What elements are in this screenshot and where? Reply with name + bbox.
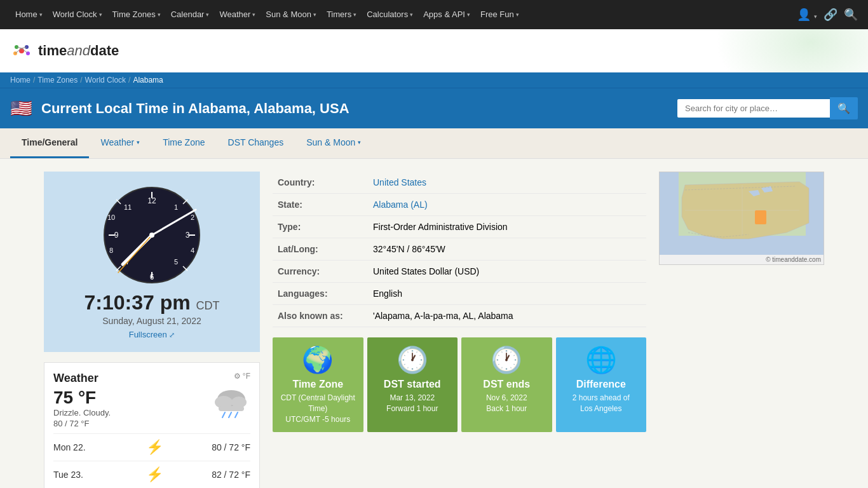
- forecast-icon-mon: ⚡: [146, 439, 163, 456]
- table-value: United States: [368, 172, 646, 194]
- table-label: Lat/Long:: [273, 238, 368, 261]
- table-value: English: [368, 283, 646, 305]
- forecast-icon-tue: ⚡: [146, 466, 163, 483]
- nav-home[interactable]: Home ▾: [10, 0, 48, 29]
- svg-text:6: 6: [150, 273, 154, 281]
- tab-weather[interactable]: Weather ▾: [89, 128, 151, 158]
- card-dst-ends-title: DST ends: [483, 379, 530, 390]
- nav-calculators[interactable]: Calculators ▾: [362, 0, 418, 29]
- nav-apps-api[interactable]: Apps & API ▾: [418, 0, 475, 29]
- chevron-down-icon: ▾: [313, 0, 316, 29]
- table-label: Also known as:: [273, 305, 368, 327]
- forecast-day-tue: Tue 23.: [53, 470, 98, 480]
- chevron-down-icon: ▾: [137, 139, 140, 146]
- table-row: Also known as: 'Alapama, A-la-pa-ma, AL,…: [273, 305, 646, 327]
- search-icon[interactable]: 🔍: [844, 8, 858, 22]
- map-credit: © timeanddate.com: [660, 255, 824, 264]
- forecast-row-tue: Tue 23. ⚡ 82 / 72 °F: [53, 461, 250, 488]
- svg-point-0: [19, 48, 24, 53]
- right-column: © timeanddate.com: [659, 172, 824, 265]
- card-difference[interactable]: 🌐 Difference 2 hours ahead of Los Angele…: [556, 337, 647, 432]
- card-difference-sub1: 2 hours ahead of: [573, 393, 630, 403]
- left-column: 12 3 6 9 1 2 4 5 7 8 10 11: [44, 172, 260, 488]
- account-icon[interactable]: 👤 ▾: [797, 8, 817, 22]
- page-title: Current Local Time in Alabama, Alabama, …: [41, 100, 668, 117]
- weather-range: 80 / 72 °F: [53, 419, 111, 428]
- svg-rect-33: [219, 406, 244, 411]
- chevron-down-icon: ▾: [39, 0, 43, 29]
- info-table: Country: United States State: Alabama (A…: [273, 172, 646, 327]
- clock-box: 12 3 6 9 1 2 4 5 7 8 10 11: [44, 172, 260, 352]
- svg-point-29: [149, 233, 154, 238]
- analog-clock: 12 3 6 9 1 2 4 5 7 8 10 11: [101, 184, 203, 286]
- weather-icon: [212, 383, 250, 418]
- svg-line-36: [235, 412, 238, 417]
- weather-settings[interactable]: ⚙ °F: [234, 372, 250, 381]
- dst-ends-icon: 🕐: [491, 345, 522, 375]
- breadcrumb-sep2: /: [80, 76, 82, 85]
- svg-text:9: 9: [114, 231, 119, 240]
- info-cards: 🌍 Time Zone CDT (Central Daylight Time) …: [273, 337, 646, 432]
- chevron-down-icon: ▾: [353, 0, 356, 29]
- hero-search: 🔍: [677, 97, 858, 119]
- brand-text: timeanddate: [38, 43, 119, 59]
- top-nav: Home ▾ World Clock ▾ Time Zones ▾ Calend…: [0, 0, 868, 29]
- card-timezone[interactable]: 🌍 Time Zone CDT (Central Daylight Time) …: [273, 337, 363, 432]
- nav-free-fun[interactable]: Free Fun ▾: [475, 0, 524, 29]
- table-value: 32°45'N / 86°45'W: [368, 238, 646, 261]
- card-dst-ends-sub2: Back 1 hour: [486, 403, 527, 414]
- nav-time-zones[interactable]: Time Zones ▾: [107, 0, 166, 29]
- card-difference-sub2: Los Angeles: [580, 403, 621, 414]
- breadcrumb-world-clock[interactable]: World Clock: [85, 76, 126, 85]
- nav-calendar[interactable]: Calendar ▾: [166, 0, 215, 29]
- chevron-down-icon: ▾: [158, 0, 161, 29]
- country-link[interactable]: United States: [373, 177, 426, 187]
- svg-text:2: 2: [191, 214, 194, 221]
- breadcrumb-current: Alabama: [133, 76, 163, 85]
- search-input[interactable]: [677, 99, 830, 118]
- center-column: Country: United States State: Alabama (A…: [273, 172, 646, 432]
- brand-logo[interactable]: timeanddate: [10, 39, 119, 62]
- nav-world-clock[interactable]: World Clock ▾: [48, 0, 107, 29]
- card-timezone-sub1: CDT (Central Daylight Time): [279, 393, 357, 414]
- chevron-down-icon: ▾: [516, 0, 519, 29]
- card-dst-ends[interactable]: 🕐 DST ends Nov 6, 2022 Back 1 hour: [461, 337, 552, 432]
- breadcrumb-home[interactable]: Home: [10, 76, 31, 85]
- table-value: 'Alapama, A-la-pa-ma, AL, Alabama: [368, 305, 646, 327]
- table-row: Type: First-Order Administrative Divisio…: [273, 216, 646, 238]
- table-value: First-Order Administrative Division: [368, 216, 646, 238]
- table-value: Alabama (AL): [368, 194, 646, 216]
- weather-title: Weather: [53, 372, 111, 385]
- hero-bar: 🇺🇸 Current Local Time in Alabama, Alabam…: [0, 88, 868, 128]
- card-dst-started[interactable]: 🕐 DST started Mar 13, 2022 Forward 1 hou…: [367, 337, 458, 432]
- table-row: State: Alabama (AL): [273, 194, 646, 216]
- chevron-down-icon: ▾: [358, 139, 361, 146]
- chevron-down-icon: ▾: [99, 0, 102, 29]
- card-timezone-title: Time Zone: [292, 379, 343, 390]
- forecast-temps: 80 / 72 °F: [212, 442, 250, 452]
- tab-time-general[interactable]: Time/General: [10, 128, 89, 158]
- fullscreen-link[interactable]: Fullscreen ⤢: [129, 330, 175, 339]
- card-dst-started-title: DST started: [384, 379, 441, 390]
- forecast-row-mon: Mon 22. ⚡ 80 / 72 °F: [53, 433, 250, 461]
- search-button[interactable]: 🔍: [830, 97, 858, 119]
- nav-weather[interactable]: Weather ▾: [214, 0, 261, 29]
- nav-timers[interactable]: Timers ▾: [322, 0, 362, 29]
- breadcrumb-time-zones[interactable]: Time Zones: [37, 76, 78, 85]
- svg-line-35: [229, 412, 231, 417]
- tab-dst-changes[interactable]: DST Changes: [217, 128, 295, 158]
- tab-sun-moon[interactable]: Sun & Moon ▾: [295, 128, 372, 158]
- table-row: Country: United States: [273, 172, 646, 194]
- nav-sun-moon[interactable]: Sun & Moon ▾: [261, 0, 322, 29]
- flag-icon: 🇺🇸: [10, 98, 32, 119]
- card-difference-title: Difference: [576, 379, 626, 390]
- date-display: Sunday, August 21, 2022: [102, 316, 201, 326]
- share-icon[interactable]: 🔗: [824, 8, 837, 22]
- weather-box: Weather 75 °F Drizzle. Cloudy. 80 / 72 °…: [44, 362, 260, 488]
- dst-started-icon: 🕐: [397, 345, 428, 375]
- breadcrumb-sep3: /: [128, 76, 130, 85]
- svg-text:3: 3: [186, 231, 190, 240]
- tab-time-zone[interactable]: Time Zone: [151, 128, 216, 158]
- state-link[interactable]: Alabama (AL): [373, 200, 428, 210]
- table-label: Currency:: [273, 261, 368, 283]
